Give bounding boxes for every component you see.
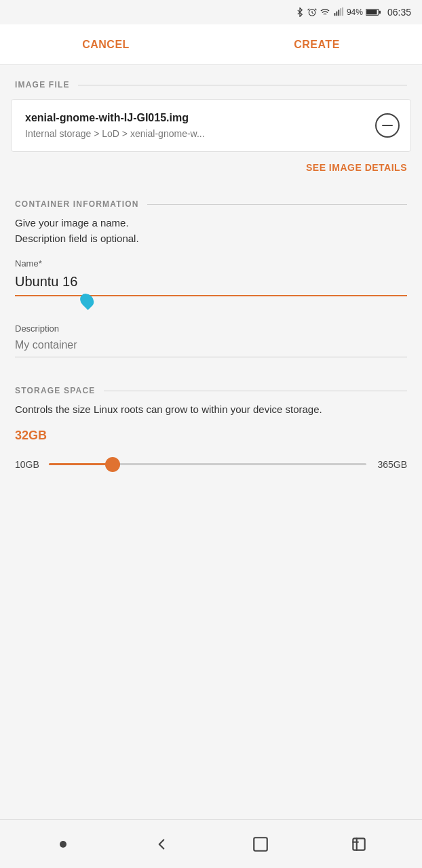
image-file-section-header: IMAGE FILE [0, 65, 422, 96]
nav-dot-icon [60, 841, 66, 848]
svg-rect-9 [254, 837, 267, 851]
image-file-card: xenial-gnome-with-IJ-GI015.img Internal … [11, 99, 411, 152]
name-input-wrap [15, 271, 407, 296]
content-area: IMAGE FILE xenial-gnome-with-IJ-GI015.im… [0, 65, 422, 819]
svg-rect-5 [342, 7, 343, 16]
container-description-text: Give your image a name.Description field… [15, 216, 407, 246]
nav-recents-button[interactable] [343, 828, 375, 861]
alarm-icon [307, 7, 317, 17]
recents-icon [350, 835, 368, 853]
svg-rect-10 [353, 838, 365, 850]
action-bar: CANCEL CREATE [0, 24, 422, 65]
svg-rect-2 [336, 12, 337, 16]
remove-image-button[interactable] [375, 113, 400, 138]
status-time: 06:35 [387, 7, 411, 18]
see-image-details-button[interactable]: SEE IMAGE DETAILS [306, 162, 407, 173]
back-icon [153, 835, 170, 853]
svg-rect-4 [340, 8, 341, 16]
name-label: Name* [15, 258, 407, 269]
svg-rect-1 [334, 13, 336, 16]
name-field: Name* [15, 258, 407, 310]
section-divider-container [147, 204, 407, 205]
create-button[interactable]: CREATE [273, 32, 360, 58]
image-file-info: xenial-gnome-with-IJ-GI015.img Internal … [25, 112, 367, 139]
name-input[interactable] [15, 271, 407, 296]
slider-min-label: 10GB [15, 459, 41, 470]
battery-text: 94% [347, 7, 363, 17]
container-info-area: Give your image a name.Description field… [0, 216, 422, 357]
storage-current-value: 32GB [15, 429, 407, 443]
storage-section-header: STORAGE SPACE [0, 371, 422, 402]
nav-back-button[interactable] [145, 828, 178, 861]
svg-rect-7 [379, 11, 381, 14]
description-field: Description [15, 323, 407, 357]
storage-label: STORAGE SPACE [15, 386, 96, 395]
description-input[interactable] [15, 336, 407, 357]
slider-track-wrap[interactable] [49, 456, 366, 473]
container-info-label: CONTAINER INFORMATION [15, 199, 139, 209]
minus-icon [382, 125, 393, 126]
image-file-name: xenial-gnome-with-IJ-GI015.img [25, 112, 367, 124]
see-image-details-row: SEE IMAGE DETAILS [0, 157, 422, 184]
status-icons: 94% [295, 7, 381, 17]
description-label: Description [15, 323, 407, 334]
slider-max-label: 365GB [375, 459, 407, 470]
cancel-button[interactable]: CANCEL [62, 32, 150, 58]
image-file-label: IMAGE FILE [15, 80, 70, 90]
svg-rect-8 [366, 10, 377, 15]
storage-area: Controls the size Linux roots can grow t… [0, 402, 422, 473]
nav-home-button[interactable] [244, 828, 277, 861]
slider-thumb[interactable] [105, 457, 120, 472]
slider-fill [49, 463, 113, 465]
bottom-nav [0, 819, 422, 868]
storage-slider-row: 10GB 365GB [15, 456, 407, 473]
nav-dot-button[interactable] [47, 828, 79, 861]
storage-description-text: Controls the size Linux roots can grow t… [15, 402, 407, 418]
section-divider-image [78, 85, 407, 85]
container-info-section-header: CONTAINER INFORMATION [0, 184, 422, 216]
home-square-icon [252, 835, 269, 853]
svg-rect-3 [338, 10, 339, 16]
section-divider-storage [104, 391, 407, 391]
image-file-path: Internal storage > LoD > xenial-gnome-w.… [25, 128, 367, 139]
bluetooth-icon [295, 7, 305, 17]
wifi-icon [320, 7, 330, 17]
status-bar: 94% 06:35 [0, 0, 422, 24]
description-input-wrap [15, 336, 407, 357]
slider-track [49, 463, 366, 465]
signal-icon [333, 7, 344, 17]
battery-icon [366, 8, 381, 16]
